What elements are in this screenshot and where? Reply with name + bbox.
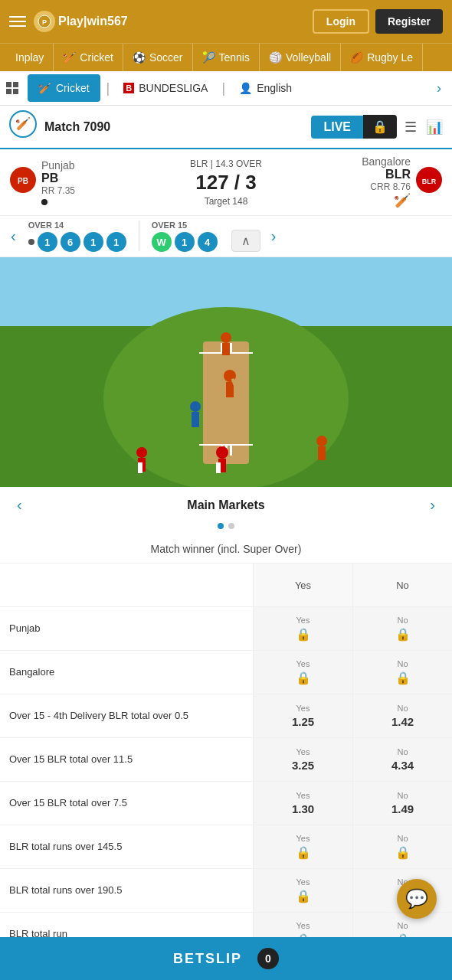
over15-7-options: Yes 1.30 No 1.49 (253, 782, 452, 825)
chat-button[interactable]: 💬 (397, 879, 437, 919)
match-header: 🏏 Match 7090 LIVE 🔒 ☰ 📊 (0, 106, 452, 149)
list-icon[interactable]: ☰ (405, 119, 417, 136)
markets-prev[interactable]: ‹ (12, 496, 27, 514)
over-14-dot (28, 239, 34, 245)
over-14-ball-1: 1 (38, 232, 57, 252)
svg-rect-25 (226, 382, 234, 397)
over15-11-yes[interactable]: Yes 3.25 (253, 738, 352, 781)
over-15-ball-4: 4 (198, 232, 218, 252)
over15-4th-options: Yes 1.25 No 1.42 (253, 694, 452, 737)
over15-11-no[interactable]: No 4.34 (352, 738, 452, 781)
blr-145-no[interactable]: No 🔒 (352, 825, 452, 868)
rugby-icon: 🏉 (350, 51, 363, 64)
score-center: BLR | 14.3 OVER 127 / 3 Target 148 (136, 158, 316, 207)
soccer-icon: ⚽ (133, 51, 146, 64)
team-bangalore: Bangalore BLR CRR 8.76 🏏 BLR (323, 155, 443, 209)
punjab-bet-options: Yes 🔒 No 🔒 (253, 607, 452, 650)
punjab-yes-label: Yes (296, 616, 310, 625)
blr-145-label: BLR total runs over 145.5 (0, 832, 253, 861)
sub-nav-cricket[interactable]: 🏏 Cricket (28, 74, 100, 102)
svg-rect-2 (6, 82, 11, 87)
svg-point-27 (216, 446, 228, 459)
sub-nav-english[interactable]: 👤 English (228, 74, 303, 102)
blr-190-label: BLR total runs over 190.5 (0, 876, 253, 905)
bundesliga-icon: B (123, 83, 134, 93)
markets-header: ‹ Main Markets › (0, 487, 452, 523)
sub-nav-bundesliga[interactable]: B BUNDESLIGA (113, 74, 218, 102)
svg-rect-29 (216, 462, 221, 473)
over-14-ball-1c: 1 (106, 232, 126, 252)
blr-190-yes-lock: 🔒 (296, 889, 311, 903)
svg-rect-36 (138, 462, 142, 473)
blr-190-yes-label: Yes (296, 877, 310, 887)
betslip-bar[interactable]: BETSLIP 0 (0, 937, 452, 980)
bangalore-crr: CRR 8.76 (362, 181, 411, 192)
over-collapse[interactable]: ∧ (225, 230, 267, 252)
logo-text: Play|win567 (58, 15, 128, 28)
nav-tennis[interactable]: 🎾 Tennis (193, 44, 260, 71)
over15-11-yes-label: Yes (296, 747, 310, 756)
live-lock-icon: 🔒 (363, 115, 397, 139)
punjab-no-option[interactable]: No 🔒 (352, 607, 452, 650)
over15-11-no-value: 4.34 (391, 759, 414, 772)
volleyball-icon: 🏐 (269, 51, 282, 64)
punjab-batting-dot (41, 199, 47, 205)
cricket-field (0, 257, 452, 487)
over15-4th-yes-label: Yes (296, 704, 310, 713)
blr-145-no-label: No (397, 834, 408, 843)
cricket-sub-label: Cricket (56, 82, 90, 94)
blr-145-yes[interactable]: Yes 🔒 (253, 825, 352, 868)
bet-header-spacer (0, 577, 253, 593)
punjab-code: PB (41, 172, 75, 185)
bet-row-blr-190: BLR total runs over 190.5 Yes 🔒 No 🔒 (0, 869, 452, 913)
nav-cricket[interactable]: 🏏 Cricket (54, 44, 123, 71)
svg-rect-5 (13, 89, 18, 94)
over15-7-yes-value: 1.30 (292, 802, 314, 815)
over-next[interactable]: › (267, 227, 281, 245)
over15-4th-no[interactable]: No 1.42 (352, 694, 452, 737)
dot-1 (218, 523, 224, 529)
punjab-no-lock: 🔒 (395, 627, 411, 642)
nav-soccer[interactable]: ⚽ Soccer (123, 44, 193, 71)
svg-point-37 (316, 436, 327, 446)
bet-row-bangalore: Bangalore Yes 🔒 No 🔒 (0, 651, 452, 694)
bangalore-yes-option[interactable]: Yes 🔒 (253, 651, 352, 694)
header: P Play|win567 Login Register (0, 0, 452, 43)
expand-grid-icon[interactable] (5, 80, 20, 96)
bet-header-yes: Yes (253, 564, 352, 606)
over15-7-no[interactable]: No 1.49 (352, 782, 452, 825)
markets-title: Main Markets (27, 498, 426, 512)
over-prev[interactable]: ‹ (6, 227, 21, 245)
blr-190-yes[interactable]: Yes 🔒 (253, 869, 352, 912)
bet-row-over15-7: Over 15 BLR total over 7.5 Yes 1.30 No 1… (0, 782, 452, 825)
betslip-label: BETSLIP (173, 951, 242, 967)
punjab-yes-option[interactable]: Yes 🔒 (253, 607, 352, 650)
over15-4th-yes[interactable]: Yes 1.25 (253, 694, 352, 737)
nav-volleyball[interactable]: 🏐 Volleyball (260, 44, 341, 71)
svg-rect-33 (192, 412, 199, 427)
bet-category: Match winner (incl. Super Over) (0, 535, 452, 564)
register-button[interactable]: Register (375, 9, 443, 34)
nav-inplay[interactable]: Inplay (6, 44, 54, 71)
over15-7-yes[interactable]: Yes 1.30 (253, 782, 352, 825)
sub-nav-expand[interactable]: › (426, 73, 452, 104)
chart-icon[interactable]: 📊 (426, 119, 443, 136)
tennis-icon: 🎾 (202, 51, 215, 64)
over15-4th-no-label: No (397, 704, 408, 713)
punjab-bet-label: Punjab (0, 614, 253, 643)
header-right: Login Register (313, 9, 443, 34)
rugby-label: Rugby Le (367, 51, 413, 64)
bangalore-bet-label: Bangalore (0, 658, 253, 687)
bangalore-no-label: No (397, 659, 408, 668)
cricket-icon: 🏏 (63, 51, 76, 64)
markets-next[interactable]: › (425, 496, 440, 514)
over-15-ball-w: W (152, 232, 172, 252)
login-button[interactable]: Login (313, 9, 369, 34)
live-badge: LIVE (311, 116, 363, 139)
nav-rugby[interactable]: 🏉 Rugby Le (341, 44, 423, 71)
bet-row-blr-145: BLR total runs over 145.5 Yes 🔒 No 🔒 (0, 825, 452, 869)
hamburger-menu[interactable] (9, 16, 26, 27)
svg-rect-20 (230, 343, 232, 354)
soccer-label: Soccer (149, 51, 183, 64)
bangalore-no-option[interactable]: No 🔒 (352, 651, 452, 694)
